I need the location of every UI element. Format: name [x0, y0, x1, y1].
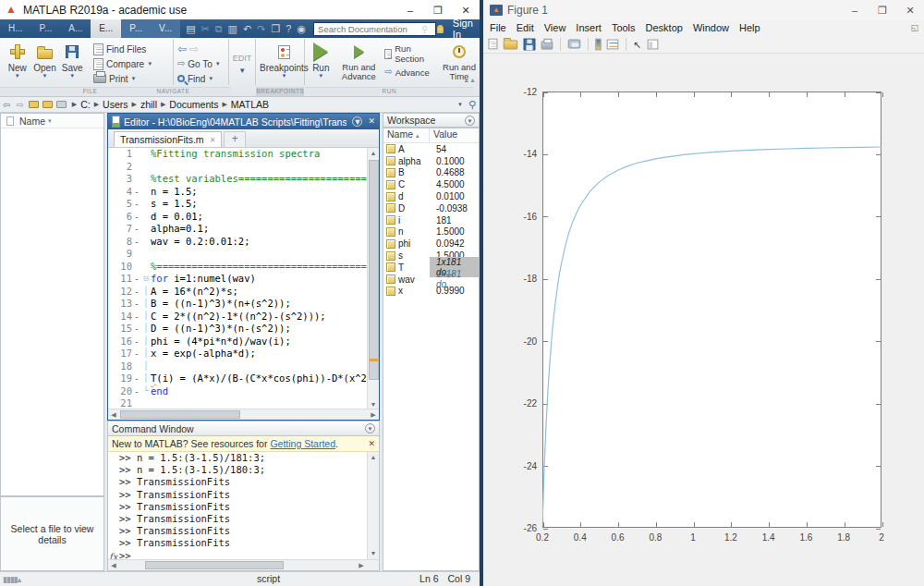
editor-menu-icon[interactable]: ▼: [352, 116, 362, 127]
code-line[interactable]: 7-alpha=0.1;: [108, 223, 368, 236]
workspace-row[interactable]: B0.4688: [383, 167, 479, 179]
save-icon[interactable]: ▤: [186, 20, 195, 37]
compare-button[interactable]: Compare▼: [93, 57, 152, 70]
open-button[interactable]: Open▼: [31, 40, 59, 87]
menu-tools[interactable]: Tools: [612, 22, 636, 33]
dock-figure-icon[interactable]: ◱: [910, 23, 918, 32]
code-line[interactable]: 1%Fitting transmission spectra: [108, 148, 368, 161]
new-button[interactable]: New▼: [4, 40, 31, 87]
menu-view[interactable]: View: [544, 22, 566, 33]
code-line[interactable]: 17-│x = exp(-alpha*d);: [108, 348, 368, 360]
code-line[interactable]: 9: [108, 248, 368, 261]
notification-bell-icon[interactable]: [437, 25, 443, 33]
forward-icon[interactable]: ⇨: [16, 100, 23, 110]
ribbon-tab[interactable]: P...: [121, 19, 151, 38]
browse-folder-icon[interactable]: [43, 101, 53, 108]
minimize-button[interactable]: –: [396, 1, 424, 19]
breakpoints-button[interactable]: Breakpoints▼: [260, 40, 308, 87]
address-dropdown-icon[interactable]: ▼: [457, 102, 463, 107]
editor-file-tab[interactable]: TransmissionFits.m ✕: [114, 131, 222, 147]
go-forward-icon[interactable]: ⇨: [189, 43, 199, 55]
code-line[interactable]: 12-│A = 16*(n^2)*s;: [108, 286, 368, 299]
copy-icon[interactable]: ⧉: [215, 20, 223, 37]
sign-in-link[interactable]: Sign In: [453, 18, 476, 40]
ribbon-tab[interactable]: H...: [0, 19, 31, 38]
workspace-menu-icon[interactable]: ▼: [465, 116, 475, 126]
menu-edit[interactable]: Edit: [517, 22, 534, 33]
code-line[interactable]: 10%=====================================…: [108, 261, 368, 274]
switch-windows-icon[interactable]: ❒: [271, 20, 280, 37]
save-button[interactable]: Save▼: [58, 40, 86, 87]
run-and-advance-button[interactable]: Run and Advance: [340, 40, 377, 87]
code-editor[interactable]: 1%Fitting transmission spectra23%test va…: [108, 148, 368, 410]
menu-file[interactable]: File: [490, 22, 506, 33]
lint-warning-mark[interactable]: [370, 359, 378, 361]
ribbon-tab[interactable]: A...: [60, 19, 91, 38]
paste-icon[interactable]: ▥: [228, 20, 237, 37]
code-line[interactable]: 6-d = 0.01;: [108, 211, 368, 224]
tab-close-icon[interactable]: ✕: [210, 136, 216, 144]
workspace-row[interactable]: i181: [383, 214, 479, 226]
breadcrumb-item[interactable]: MATLAB: [231, 99, 269, 110]
breadcrumb-item[interactable]: zhill: [140, 99, 157, 110]
recent-folders-icon[interactable]: [56, 101, 67, 108]
menu-help[interactable]: Help: [739, 22, 760, 33]
print-figure-icon[interactable]: [541, 41, 553, 49]
code-line[interactable]: 5-s = 1.5;: [108, 198, 368, 211]
property-inspector-icon[interactable]: [648, 39, 659, 49]
breadcrumb-item[interactable]: C:: [80, 99, 91, 110]
code-line[interactable]: 19-│T(i) = (A*x)/(B-(C*x*cos(phi))-D*(x^…: [108, 372, 368, 385]
command-prompt[interactable]: >>: [108, 550, 368, 559]
menu-window[interactable]: Window: [693, 22, 729, 33]
up-folder-icon[interactable]: [29, 101, 39, 108]
workspace-row[interactable]: phi0.0942: [383, 238, 479, 250]
insert-colorbar-icon[interactable]: [595, 38, 601, 50]
edit-group-collapsed[interactable]: EDIT ▼: [229, 38, 256, 87]
banner-close-icon[interactable]: ✕: [368, 439, 375, 448]
editor-vertical-scrollbar[interactable]: ▲ ▼: [367, 148, 379, 410]
workspace-name-column[interactable]: Name ▴: [383, 128, 430, 142]
community-icon[interactable]: ◉: [297, 20, 306, 37]
close-button[interactable]: ✕: [452, 1, 480, 19]
command-window-output[interactable]: >> n = 1.5:(3-1.5)/181:3;>> n = 1.5:(3-1…: [108, 452, 368, 559]
save-figure-icon[interactable]: [524, 38, 536, 50]
editor-horizontal-scrollbar[interactable]: ◀ ▶: [108, 409, 379, 420]
code-line[interactable]: 15-│D = ((n-1)^3)*(n-(s^2));: [108, 323, 368, 336]
maximize-button[interactable]: ❐: [424, 1, 452, 19]
breadcrumb-item[interactable]: Users: [103, 99, 128, 110]
menu-insert[interactable]: Insert: [576, 22, 602, 33]
workspace-row[interactable]: A54: [383, 143, 479, 155]
ribbon-tab[interactable]: P...: [31, 19, 61, 38]
figure-minimize-button[interactable]: –: [841, 1, 869, 19]
link-plot-icon[interactable]: [568, 40, 581, 49]
current-folder-panel[interactable]: Name ▾: [0, 113, 104, 496]
command-window-vertical-scrollbar[interactable]: ▲ ▼: [367, 452, 379, 559]
breadcrumb-item[interactable]: Documents: [169, 99, 218, 110]
print-button[interactable]: Print▼: [93, 72, 152, 85]
back-icon[interactable]: ⇦: [3, 100, 10, 110]
workspace-row[interactable]: d0.0100: [383, 190, 479, 202]
go-to-button[interactable]: ⇨ Go To▼: [177, 57, 221, 70]
new-tab-button[interactable]: +: [224, 131, 246, 147]
run-section-button[interactable]: Run Section: [384, 47, 435, 60]
workspace-row[interactable]: x0.9990: [383, 286, 479, 298]
workspace-row[interactable]: n1.5000: [383, 226, 479, 238]
code-line[interactable]: 18│: [108, 360, 368, 373]
getting-started-link[interactable]: Getting Started: [270, 438, 335, 449]
status-grip-icon[interactable]: ▮▮▮▮▴: [3, 575, 20, 584]
code-line[interactable]: 3%test variables========================…: [108, 173, 368, 186]
code-line[interactable]: 14-│C = 2*((n^2)-1*((n^2)-(s^2)));: [108, 311, 368, 324]
workspace-row[interactable]: alpha0.1000: [383, 155, 479, 167]
workspace-row[interactable]: C4.5000: [383, 178, 479, 190]
editor-close-icon[interactable]: ✕: [368, 116, 375, 127]
ribbon-tab[interactable]: V...: [151, 19, 180, 38]
code-line[interactable]: 11-⊟for i=1:numel(wav): [108, 273, 368, 286]
address-search-icon[interactable]: ⚲: [468, 99, 476, 111]
ribbon-tab[interactable]: E...: [91, 19, 121, 38]
undo-icon[interactable]: ↶: [243, 20, 251, 37]
search-documentation-input[interactable]: [313, 22, 436, 36]
code-line[interactable]: 20-└end: [108, 385, 368, 398]
figure-maximize-button[interactable]: ❐: [869, 1, 896, 19]
code-line[interactable]: 13-│B = ((n-1)^3)*(n+(s^2));: [108, 298, 368, 311]
go-back-icon[interactable]: ⇦: [177, 43, 187, 55]
